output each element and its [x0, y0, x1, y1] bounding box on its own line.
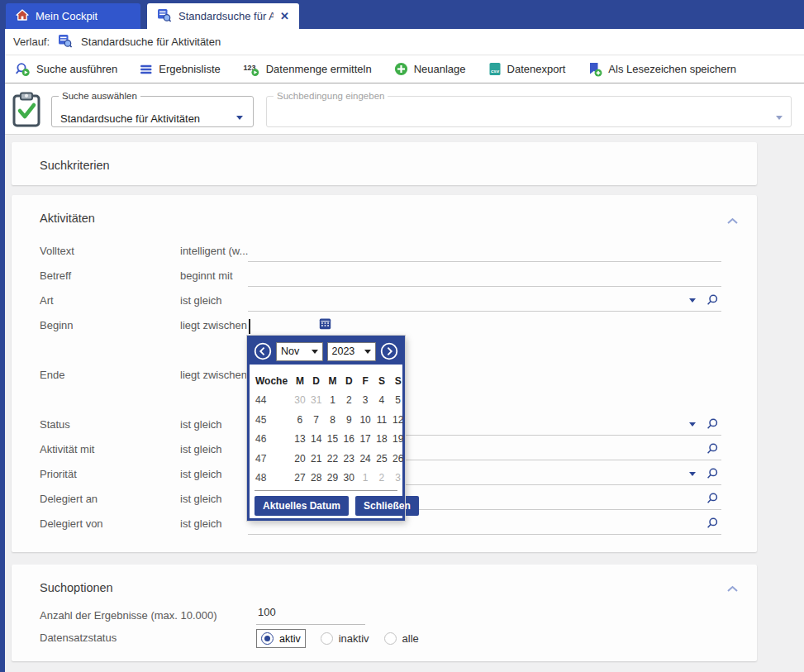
- day-cell[interactable]: 28: [308, 469, 325, 489]
- chevron-down-icon[interactable]: [236, 116, 243, 123]
- close-button[interactable]: Schließen: [355, 496, 419, 516]
- results-count-input[interactable]: 100: [256, 606, 365, 625]
- tab-mein-cockpit[interactable]: Mein Cockpit: [6, 3, 140, 29]
- tab-label: Mein Cockpit: [36, 10, 98, 22]
- collapse-chevron-up-icon[interactable]: [726, 215, 739, 227]
- search-select-value: Standardsuche für Aktivitäten: [60, 112, 200, 125]
- app-window: Mein Cockpit Standardsuche für A... ✕ Ve…: [0, 0, 804, 672]
- day-cell[interactable]: 30: [292, 391, 308, 411]
- day-cell[interactable]: 5: [390, 391, 407, 411]
- value-input[interactable]: [248, 242, 721, 262]
- day-cell[interactable]: 3: [390, 469, 407, 489]
- current-date-button[interactable]: Aktuelles Datum: [255, 496, 349, 516]
- magnifier-icon[interactable]: [706, 492, 719, 508]
- calendar-header: Nov 2023: [250, 338, 402, 365]
- week-number[interactable]: 44: [255, 391, 292, 411]
- week-number[interactable]: 47: [255, 449, 292, 469]
- chevron-down-icon[interactable]: [689, 298, 696, 306]
- radio-aktiv[interactable]: aktiv: [256, 629, 306, 648]
- day-cell[interactable]: 31: [308, 391, 325, 411]
- toolbar-button-datenexport[interactable]: csvDatenexport: [488, 62, 566, 76]
- toolbar-button-lesezeichen-speichern[interactable]: Als Lesezeichen speichern: [588, 62, 736, 77]
- magnifier-icon[interactable]: [706, 417, 719, 433]
- tab-standardsuche[interactable]: Standardsuche für A... ✕: [147, 3, 299, 29]
- week-number[interactable]: 45: [255, 410, 292, 430]
- prev-month-icon[interactable]: [254, 342, 272, 360]
- day-cell[interactable]: 1: [357, 469, 373, 489]
- day-cell[interactable]: 18: [373, 430, 390, 450]
- search-select-dropdown[interactable]: Suche auswählen Standardsuche für Aktivi…: [51, 91, 254, 127]
- collapse-chevron-up-icon[interactable]: [726, 583, 739, 595]
- year-select[interactable]: 2023: [327, 342, 376, 361]
- day-cell[interactable]: 1: [325, 391, 341, 411]
- radio-circle-icon[interactable]: [321, 632, 333, 645]
- day-cell[interactable]: 14: [308, 430, 325, 450]
- week-number[interactable]: 48: [255, 469, 292, 489]
- day-cell[interactable]: 15: [325, 430, 341, 450]
- day-cell[interactable]: 9: [340, 410, 357, 430]
- date-picker-popup: Nov 2023 WocheMDMDFSS4430311234545678910…: [247, 336, 405, 521]
- chevron-down-icon[interactable]: [689, 472, 696, 479]
- magnifier-icon[interactable]: [706, 517, 719, 532]
- magnifier-icon[interactable]: [706, 293, 719, 309]
- criteria-row-art: Artist gleich: [12, 292, 757, 312]
- search-run-icon: [15, 62, 31, 77]
- week-number[interactable]: 46: [255, 430, 292, 450]
- radio-circle-icon[interactable]: [261, 632, 274, 645]
- toolbar-button-suche-ausfuehren[interactable]: Suche ausführen: [15, 62, 117, 77]
- day-cell[interactable]: 16: [340, 430, 357, 450]
- month-select[interactable]: Nov: [276, 342, 323, 361]
- day-cell[interactable]: 27: [292, 469, 308, 489]
- operator-label: ist gleich: [180, 493, 222, 505]
- criteria-row-volltext: Volltextintelligent (w...: [12, 242, 757, 262]
- day-cell[interactable]: 26: [390, 449, 407, 469]
- text-cursor: [249, 319, 250, 334]
- day-cell[interactable]: 3: [357, 391, 373, 411]
- day-cell[interactable]: 2: [373, 469, 390, 489]
- history-item[interactable]: Standardsuche für Aktivitäten: [81, 36, 221, 48]
- day-cell[interactable]: 19: [390, 430, 407, 450]
- day-cell[interactable]: 10: [357, 410, 373, 430]
- day-cell[interactable]: 21: [308, 449, 325, 469]
- calendar-icon[interactable]: [319, 317, 331, 332]
- day-cell[interactable]: 13: [292, 430, 308, 450]
- week-column-header: Woche: [255, 371, 292, 391]
- list-icon: [140, 64, 153, 75]
- day-cell[interactable]: 17: [357, 430, 373, 450]
- toolbar-button-neuanlage[interactable]: Neuanlage: [394, 62, 466, 76]
- day-cell[interactable]: 6: [292, 410, 308, 430]
- toolbar-button-datenmenge-ermitteln[interactable]: 123Datenmenge ermitteln: [243, 62, 372, 77]
- next-month-icon[interactable]: [380, 342, 398, 360]
- magnifier-icon[interactable]: [706, 467, 719, 483]
- day-cell[interactable]: 29: [325, 469, 341, 489]
- day-cell[interactable]: 2: [340, 391, 357, 411]
- value-input[interactable]: [248, 267, 721, 287]
- field-label: Delegiert von: [40, 517, 103, 530]
- day-cell[interactable]: 4: [373, 391, 390, 411]
- radio-alle[interactable]: alle: [384, 632, 419, 645]
- value-input[interactable]: [248, 292, 721, 312]
- magnifier-icon[interactable]: [706, 442, 719, 458]
- close-icon[interactable]: ✕: [280, 11, 289, 21]
- radio-inaktiv[interactable]: inaktiv: [321, 632, 369, 645]
- section-title: Suchoptionen: [40, 581, 113, 594]
- chevron-down-icon[interactable]: [689, 422, 696, 430]
- day-cell[interactable]: 8: [325, 410, 341, 430]
- day-cell[interactable]: 23: [340, 449, 357, 469]
- day-cell[interactable]: 24: [357, 449, 373, 469]
- operator-label: liegt zwischen: [180, 369, 247, 381]
- day-cell[interactable]: 20: [292, 449, 308, 469]
- operator-label: ist gleich: [180, 418, 222, 431]
- day-cell[interactable]: 12: [390, 410, 407, 430]
- day-cell[interactable]: 11: [373, 410, 390, 430]
- suchoptionen-card: Suchoptionen Anzahl der Ergebnisse (max.…: [12, 565, 757, 661]
- radio-circle-icon[interactable]: [384, 632, 397, 645]
- left-edge-strip: [0, 29, 5, 672]
- day-cell[interactable]: 25: [373, 449, 390, 469]
- day-cell[interactable]: 7: [308, 410, 325, 430]
- day-cell[interactable]: 22: [325, 449, 341, 469]
- toolbar-button-label: Als Lesezeichen speichern: [608, 63, 736, 75]
- day-cell[interactable]: 30: [340, 469, 357, 489]
- value-input[interactable]: [248, 317, 314, 336]
- toolbar-button-ergebnisliste[interactable]: Ergebnisliste: [140, 63, 220, 75]
